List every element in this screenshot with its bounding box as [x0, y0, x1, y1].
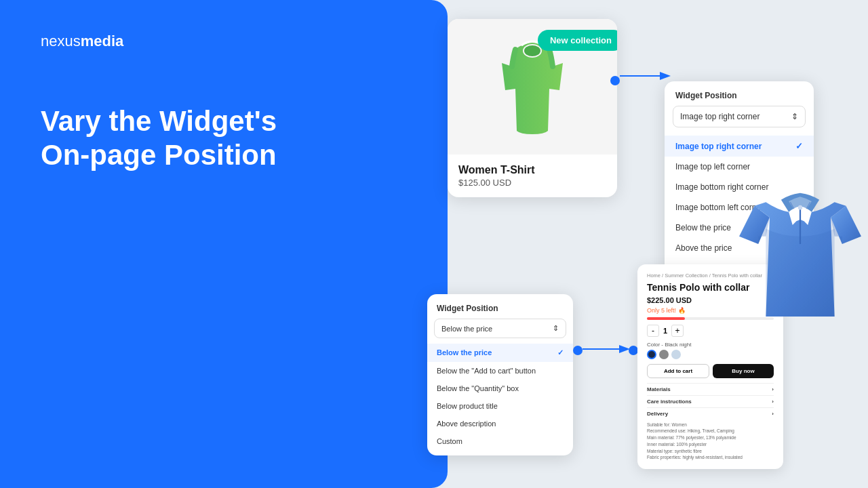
widget-panel-bottom: Widget Position Below the price ⇕ Below … — [427, 294, 573, 455]
accordion-delivery-label: Delivery — [647, 411, 668, 417]
main-container: nexusmedia Vary the Widget's On-page Pos… — [0, 0, 868, 488]
right-area: New collection Women T-Shirt $125.00 USD… — [427, 0, 868, 488]
btn-row: Add to cart Buy now — [647, 364, 774, 378]
widget-bottom-option-3[interactable]: Below product title — [427, 397, 573, 415]
widget-panel-bottom-title: Widget Position — [427, 304, 573, 319]
qty-value: 1 — [663, 327, 667, 335]
widget-top-option-label-5: Above the price — [675, 243, 732, 253]
accordion-care-label: Care instructions — [647, 399, 692, 405]
polo-shirt-svg — [739, 163, 861, 325]
headline-line1: Vary the Widget's — [41, 104, 407, 138]
accordion-care-chevron: › — [772, 399, 774, 405]
widget-bottom-selected-label: Below the price — [441, 325, 492, 333]
accordion-delivery-chevron: › — [772, 411, 774, 417]
widget-bottom-option-4[interactable]: Above description — [427, 415, 573, 432]
swatch-light[interactable] — [671, 350, 681, 359]
widget-bottom-option-1[interactable]: Below the "Add to cart" button — [427, 362, 573, 380]
add-to-cart-button[interactable]: Add to cart — [647, 364, 709, 378]
logo-light: nexus — [41, 33, 81, 49]
swatch-gray[interactable] — [659, 350, 669, 359]
widget-bottom-option-label-2: Below the "Quantity" box — [437, 384, 519, 392]
color-swatches — [647, 350, 774, 359]
widget-bottom-option-label-3: Below product title — [437, 402, 498, 410]
headline: Vary the Widget's On-page Position — [41, 104, 407, 173]
product-price-top: $125.00 USD — [458, 178, 606, 188]
widget-top-option-label-4: Below the price — [675, 223, 731, 232]
widget-top-chevron-icon: ⇕ — [791, 112, 798, 121]
widget-bottom-option-label-4: Above description — [437, 420, 496, 428]
widget-panel-top-title: Widget Position — [665, 91, 814, 106]
tshirt-svg — [492, 36, 573, 138]
widget-bottom-chevron-icon: ⇕ — [553, 324, 559, 333]
widget-top-select[interactable]: Image top right corner ⇕ — [673, 106, 806, 127]
check-icon-bottom-0: ✓ — [557, 348, 564, 357]
widget-bottom-option-0[interactable]: Below the price ✓ — [427, 344, 573, 362]
accordion-delivery[interactable]: Delivery › — [647, 407, 774, 420]
widget-bottom-option-5[interactable]: Custom — [427, 432, 573, 450]
left-panel: nexusmedia Vary the Widget's On-page Pos… — [0, 0, 448, 488]
buy-now-button[interactable]: Buy now — [713, 364, 774, 378]
widget-bottom-option-label-0: Below the price — [437, 348, 492, 357]
svg-point-5 — [798, 205, 803, 210]
widget-bottom-dropdown: Below the price ✓ Below the "Add to cart… — [427, 344, 573, 450]
logo: nexusmedia — [41, 33, 407, 50]
widget-bottom-option-label-1: Below the "Add to cart" button — [437, 367, 536, 375]
new-collection-badge: New collection — [538, 30, 617, 51]
product-details-text: Suitable for: Women Recommended use: Hik… — [647, 422, 774, 462]
product-title-top: Women T-Shirt — [458, 164, 606, 176]
product-card-top: New collection Women T-Shirt $125.00 USD — [448, 19, 617, 197]
svg-point-1 — [524, 45, 540, 56]
widget-top-selected-label: Image top right corner — [680, 112, 760, 121]
swatch-dark[interactable] — [647, 350, 656, 359]
accordion-materials-label: Materials — [647, 386, 671, 392]
product-image-top: New collection — [448, 19, 617, 155]
polo-shirt-container — [732, 142, 868, 346]
widget-bottom-option-2[interactable]: Below the "Quantity" box — [427, 380, 573, 397]
accordion-materials[interactable]: Materials › — [647, 383, 774, 395]
widget-bottom-select[interactable]: Below the price ⇕ — [434, 319, 566, 338]
qty-minus-button[interactable]: - — [647, 325, 659, 337]
progress-fill — [647, 317, 685, 320]
headline-line2: On-page Position — [41, 138, 407, 172]
product-info-top: Women T-Shirt $125.00 USD — [448, 155, 617, 197]
accordion-materials-chevron: › — [772, 386, 774, 392]
connector-dot-bottom-right — [629, 346, 638, 355]
logo-bold: media — [81, 33, 124, 49]
accordion-care[interactable]: Care instructions › — [647, 395, 774, 407]
widget-bottom-option-label-5: Custom — [437, 437, 462, 445]
qty-plus-button[interactable]: + — [671, 325, 684, 337]
